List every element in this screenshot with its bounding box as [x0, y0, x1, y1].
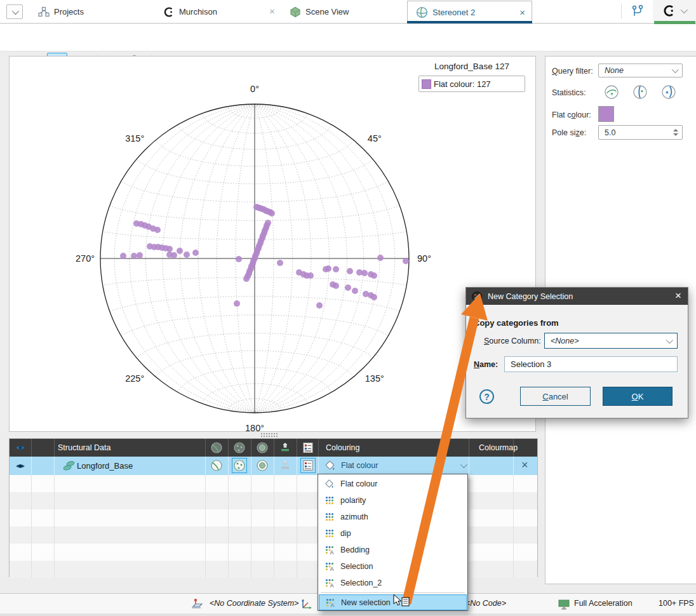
- numeric-column-icon: [325, 512, 335, 522]
- branch-icon[interactable]: [630, 4, 645, 18]
- column-divider: [318, 439, 319, 457]
- contours-column-icon[interactable]: [256, 441, 269, 454]
- stereonet-point[interactable]: [345, 285, 351, 291]
- stereonet-plot-panel[interactable]: 0°45°90°135°180°225°270°315° Longford_Ba…: [9, 56, 536, 432]
- stereonet-point[interactable]: [325, 265, 331, 272]
- stereonet-point[interactable]: [120, 253, 126, 259]
- name-input[interactable]: Selection 3: [504, 356, 678, 372]
- dialog-close-icon[interactable]: ×: [675, 290, 681, 302]
- visibility-eye-icon[interactable]: [15, 461, 25, 471]
- dialog-help-button[interactable]: ?: [479, 389, 494, 404]
- column-header-colouring[interactable]: Colouring: [326, 443, 360, 452]
- planes-column-icon[interactable]: [210, 441, 223, 454]
- stereonet-point[interactable]: [347, 268, 353, 274]
- tab-stereonet-2[interactable]: Stereonet 2 ×: [407, 1, 532, 23]
- stereonet-point[interactable]: [184, 251, 190, 258]
- column-divider: [274, 544, 274, 561]
- column-divider: [297, 526, 297, 544]
- query-filter-label: Query filter:: [552, 67, 593, 76]
- tab-projects[interactable]: Projects: [38, 0, 84, 23]
- mean-plane-toggle-disabled[interactable]: [279, 459, 291, 472]
- source-column-label: Source Column:: [484, 337, 541, 345]
- query-filter-dropdown[interactable]: None: [598, 64, 683, 77]
- chevron-down-icon[interactable]: [460, 461, 467, 468]
- show-contours-toggle[interactable]: [256, 459, 269, 472]
- show-poles-toggle-active[interactable]: [232, 458, 247, 473]
- legend-column-icon[interactable]: [302, 441, 314, 454]
- menu-item-bedding[interactable]: ABedding: [319, 542, 467, 558]
- ok-button[interactable]: OK: [603, 387, 673, 406]
- splitter-handle[interactable]: [260, 432, 278, 437]
- axes-icon[interactable]: [300, 598, 313, 610]
- svg-text:A: A: [330, 601, 335, 608]
- stereonet-point[interactable]: [177, 248, 183, 254]
- stereonet-point[interactable]: [234, 300, 240, 307]
- stereonet-point[interactable]: [371, 294, 377, 300]
- stereonet-point[interactable]: [377, 255, 384, 261]
- tab-scene-view[interactable]: Scene View: [290, 0, 349, 23]
- cancel-button[interactable]: Cancel: [520, 387, 591, 406]
- bingham-statistics-icon[interactable]: [662, 85, 676, 99]
- table-row-longford-base[interactable]: Longford_Base: [10, 457, 537, 475]
- stereonet-point[interactable]: [277, 260, 283, 266]
- stereonet-point[interactable]: [316, 302, 323, 309]
- stereonet-point[interactable]: [269, 210, 275, 217]
- pole-size-input[interactable]: 5.0: [598, 125, 683, 140]
- stereonet-point[interactable]: [333, 266, 339, 272]
- menu-item-selection-2[interactable]: ASelection_2: [319, 575, 467, 591]
- query-filter-value: None: [605, 66, 624, 75]
- show-legend-toggle-active[interactable]: [300, 458, 316, 473]
- menu-item-label: polarity: [340, 496, 366, 505]
- stereonet-point[interactable]: [166, 246, 173, 252]
- stereonet-point[interactable]: [361, 270, 368, 276]
- mean-plane-column-icon[interactable]: [279, 441, 291, 454]
- stereonet-point[interactable]: [371, 272, 377, 279]
- mean-plane-icon[interactable]: [605, 85, 619, 99]
- source-column-dropdown[interactable]: <None>: [544, 333, 678, 349]
- column-divider: [251, 457, 251, 475]
- spinner-arrows[interactable]: [673, 129, 678, 136]
- menu-item-flat-colour[interactable]: Flat colour: [319, 476, 467, 492]
- stereonet-point[interactable]: [131, 253, 137, 259]
- column-divider: [513, 492, 514, 509]
- close-tab-icon[interactable]: ×: [519, 8, 525, 17]
- stereonet-point[interactable]: [154, 227, 161, 233]
- acceleration-status[interactable]: Full Acceleration: [574, 599, 632, 608]
- close-tab-icon[interactable]: ×: [269, 6, 275, 16]
- menu-item-azimuth[interactable]: azimuth: [319, 509, 467, 525]
- tab-murchison[interactable]: Murchison: [163, 0, 217, 23]
- stereonet-point[interactable]: [137, 252, 143, 258]
- dialog-title-bar[interactable]: New Category Selection ×: [466, 288, 688, 305]
- stereonet-point[interactable]: [403, 258, 409, 264]
- collapse-panel-button[interactable]: [6, 4, 23, 19]
- stereonet-point[interactable]: [171, 252, 177, 258]
- app-menu-button[interactable]: [653, 0, 696, 21]
- azimuth-label: 270°: [76, 253, 95, 264]
- column-header-structural-data[interactable]: Structural Data: [58, 443, 110, 452]
- stereonet-point[interactable]: [307, 272, 314, 279]
- stereonet-point[interactable]: [192, 250, 199, 256]
- column-divider: [297, 561, 297, 578]
- stereonet-point[interactable]: [243, 276, 250, 282]
- remove-row-icon[interactable]: ×: [521, 459, 528, 472]
- menu-item-polarity[interactable]: polarity: [319, 492, 467, 509]
- menu-item-new-selection[interactable]: ANew selection: [319, 594, 467, 610]
- column-divider: [228, 544, 229, 561]
- stereonet-point[interactable]: [352, 288, 358, 294]
- column-divider: [228, 439, 229, 457]
- stereonet-point[interactable]: [236, 256, 242, 262]
- show-planes-toggle[interactable]: [210, 459, 223, 472]
- colouring-dropdown-value[interactable]: Flat colour: [341, 461, 378, 470]
- code-status[interactable]: <No Code>: [465, 599, 506, 608]
- flat-colour-swatch[interactable]: [598, 106, 614, 122]
- menu-item-selection[interactable]: ASelection: [319, 558, 467, 575]
- poles-column-icon[interactable]: [233, 441, 246, 454]
- stereonet-point[interactable]: [333, 283, 339, 289]
- column-header-colourmap[interactable]: Colourmap: [479, 443, 518, 452]
- column-divider: [228, 509, 229, 526]
- menu-item-dip[interactable]: dip: [319, 525, 467, 542]
- chevron-down-icon: [666, 336, 673, 343]
- coordinate-system-status[interactable]: <No Coordinate System>: [210, 599, 298, 608]
- fisher-statistics-icon[interactable]: [633, 85, 647, 99]
- column-divider: [205, 492, 206, 509]
